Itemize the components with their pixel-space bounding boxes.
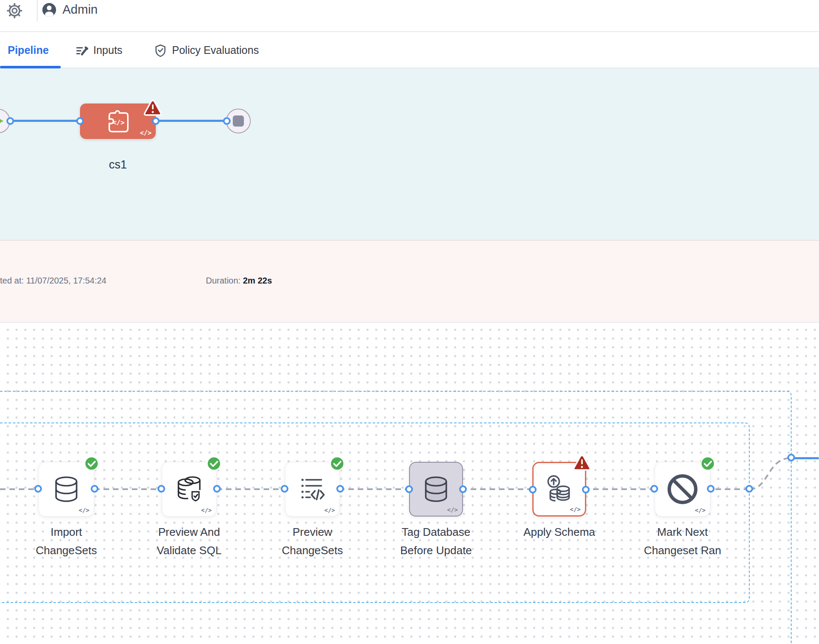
handle-out[interactable] bbox=[91, 485, 98, 493]
shield-check-icon bbox=[154, 44, 167, 57]
tab-policy-evaluations[interactable]: Policy Evaluations bbox=[154, 32, 259, 68]
handle-stage-exit[interactable] bbox=[787, 454, 795, 461]
code-glyph: </> bbox=[570, 506, 581, 513]
user-name[interactable]: Admin bbox=[62, 3, 98, 17]
code-glyph: </> bbox=[695, 507, 706, 514]
success-check-icon bbox=[83, 455, 100, 472]
duration-text: Duration: 2m 22s bbox=[206, 276, 272, 286]
play-icon bbox=[0, 117, 3, 125]
handle-out[interactable] bbox=[707, 485, 715, 493]
started-at-text: ted at: 11/07/2025, 17:54:24 bbox=[0, 276, 107, 286]
handle-in[interactable] bbox=[650, 485, 658, 493]
task-node-mark-next-changeset[interactable]: </> bbox=[655, 462, 710, 517]
handle-in[interactable] bbox=[405, 485, 413, 493]
task-node-label: Import ChangeSets bbox=[0, 523, 135, 560]
upload-database-icon bbox=[543, 473, 576, 506]
error-warning-icon bbox=[572, 454, 592, 473]
task-node-tag-database[interactable]: </> bbox=[409, 462, 463, 517]
handle-cs1-in[interactable] bbox=[76, 117, 84, 125]
handle-in[interactable] bbox=[281, 485, 288, 493]
gear-icon bbox=[6, 2, 23, 19]
code-glyph: </> bbox=[79, 507, 89, 514]
task-flow-dashed-edge bbox=[0, 488, 750, 490]
stop-icon bbox=[233, 115, 244, 127]
task-node-import-changesets[interactable]: </> bbox=[39, 462, 94, 517]
inputs-edit-icon bbox=[75, 44, 88, 57]
user-avatar-icon[interactable] bbox=[41, 2, 57, 18]
handle-out[interactable] bbox=[582, 486, 590, 493]
task-node-label: Preview ChangeSets bbox=[244, 523, 381, 560]
topbar-divider bbox=[37, 0, 38, 21]
edge-start-to-cs1 bbox=[10, 120, 80, 122]
task-node-preview-changesets[interactable]: </> bbox=[285, 462, 340, 517]
handle-in[interactable] bbox=[34, 485, 42, 493]
settings-button[interactable] bbox=[5, 1, 24, 20]
task-node-preview-validate-sql[interactable]: </> bbox=[162, 462, 217, 517]
tab-pipeline-label: Pipeline bbox=[8, 44, 49, 56]
task-node-label: Apply Schema bbox=[491, 523, 628, 541]
code-glyph: </> bbox=[324, 507, 335, 514]
tab-policy-label: Policy Evaluations bbox=[172, 44, 259, 56]
tab-pipeline[interactable]: Pipeline bbox=[8, 32, 49, 68]
duration-label: Duration: bbox=[206, 276, 240, 285]
handle-end-in[interactable] bbox=[223, 117, 231, 125]
handle-out[interactable] bbox=[459, 485, 467, 493]
code-glyph: </> bbox=[447, 506, 458, 513]
puzzle-code-icon: </> bbox=[105, 109, 131, 134]
database-icon bbox=[50, 473, 83, 505]
success-check-icon bbox=[700, 455, 716, 472]
top-bar: Admin bbox=[0, 0, 819, 32]
code-glyph: </> bbox=[140, 129, 151, 137]
task-node-label: Mark Next Changeset Ran bbox=[614, 523, 751, 560]
database-check-icon bbox=[172, 473, 206, 505]
ban-icon bbox=[665, 471, 700, 507]
run-status-bar: ted at: 11/07/2025, 17:54:24 Duration: 2… bbox=[0, 240, 819, 323]
handle-out[interactable] bbox=[213, 485, 221, 493]
svg-text:</>: </> bbox=[113, 119, 125, 127]
duration-value: 2m 22s bbox=[243, 276, 272, 285]
list-code-icon bbox=[296, 473, 329, 505]
exit-edge-solid bbox=[792, 457, 819, 459]
pipeline-overview-canvas[interactable]: </> </> cs1 bbox=[0, 68, 819, 240]
handle-out[interactable] bbox=[336, 485, 344, 493]
success-check-icon bbox=[206, 455, 222, 472]
tab-bar: Pipeline Inputs Policy Evaluations bbox=[0, 32, 819, 68]
handle-start-out[interactable] bbox=[6, 117, 14, 125]
edge-cs1-to-end bbox=[156, 120, 227, 122]
handle-in[interactable] bbox=[157, 485, 165, 493]
handle-group-exit[interactable] bbox=[745, 485, 753, 493]
task-node-label: Preview And Validate SQL bbox=[121, 523, 258, 560]
task-node-apply-schema[interactable]: </> bbox=[532, 462, 586, 517]
task-flow-canvas[interactable]: </> Import ChangeSets </> bbox=[0, 323, 819, 643]
task-node-label: Tag Database Before Update bbox=[368, 523, 504, 560]
code-glyph: </> bbox=[201, 507, 212, 514]
task-group-container bbox=[0, 422, 750, 603]
stage-node-label: cs1 bbox=[80, 158, 156, 171]
tab-inputs-label: Inputs bbox=[93, 44, 122, 56]
database-filled-icon bbox=[420, 473, 452, 505]
tab-inputs[interactable]: Inputs bbox=[75, 32, 122, 68]
success-check-icon bbox=[329, 455, 345, 472]
handle-cs1-out[interactable] bbox=[152, 117, 160, 125]
handle-in[interactable] bbox=[529, 486, 537, 493]
error-warning-icon bbox=[143, 99, 163, 118]
